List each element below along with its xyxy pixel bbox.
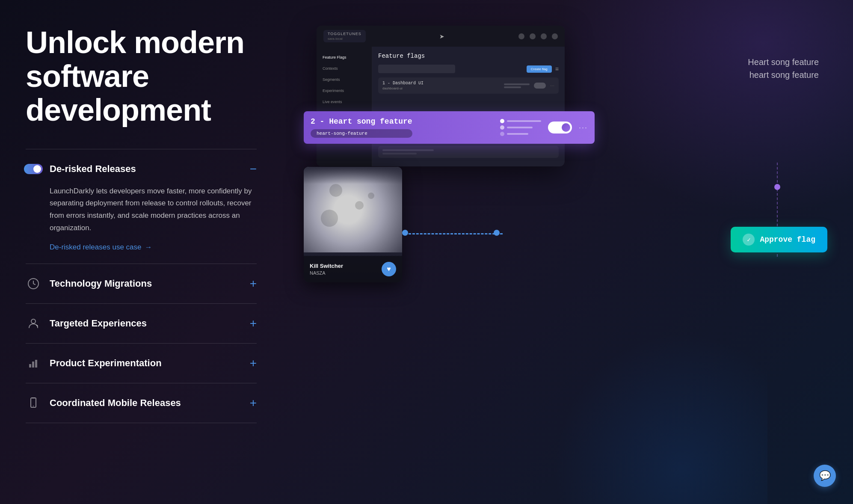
sidebar-nav-feature-flags[interactable]: Feature Flags [317,52,372,63]
accordion-item-targeted: Targeted Experiences + [26,303,257,343]
accordion-body-de-risked: LaunchDarkly lets developers move faster… [26,185,257,252]
moon-crater-4 [368,193,374,199]
accordion-left-tech: Technology Migrations [26,276,152,291]
dashboard-logo-sub: sara-local [328,37,361,41]
topbar-help-icon [541,33,547,39]
accordion-header-tech-migrations[interactable]: Technology Migrations + [26,276,257,291]
svg-point-6 [33,406,34,406]
accordion-title-mobile: Coordinated Mobile Releases [50,397,181,409]
chart-icon [26,356,41,371]
accordion-item-tech-migrations: Technology Migrations + [26,264,257,303]
dashboard-main: Feature flags Create flag ≡ 1 - Dashboar… [372,47,565,166]
accordion-header-experimentation[interactable]: Product Experimentation + [26,356,257,371]
flag-row-extra [378,146,559,158]
sidebar-nav-live-events[interactable]: Live events [317,96,372,107]
row-line [382,153,417,154]
person-icon [26,316,41,331]
dashboard-search-row: Create flag ≡ [378,65,559,73]
music-artist: NASZA [310,270,343,276]
hero-title: Unlock modern software development [26,26,257,127]
dashboard-topbar-icons [518,33,558,39]
heart-icon[interactable]: ♥ [382,262,396,276]
flag-line-bar [507,120,541,122]
accordion-left: De-risked Releases [26,161,136,177]
flag-lines [500,119,541,136]
approve-flag-button[interactable]: ✓ Approve flag [731,227,827,252]
accordion-left-targeted: Targeted Experiences [26,316,147,331]
svg-rect-4 [35,360,37,368]
accordion-description-de-risked: LaunchDarkly lets developers move faster… [50,185,257,235]
dashboard-card: TOGGLETUNES sara-local ➤ Feature Flags C… [317,26,565,166]
accordion-header-targeted[interactable]: Targeted Experiences + [26,316,257,331]
accordion-item-experimentation: Product Experimentation + [26,343,257,383]
sidebar-nav-experiments[interactable]: Experiments [317,85,372,96]
flag-highlighted-title: 2 - Heart song feature [311,117,412,126]
flag-line-dot [500,132,504,136]
accordion-title-experimentation: Product Experimentation [50,358,162,369]
music-card-footer: Kill Switcher NASZA ♥ [304,256,402,282]
flag-line-dot [500,119,504,123]
dashboard-actions: Create flag ≡ [527,65,559,73]
accordion-header-de-risked[interactable]: De-risked Releases − [26,161,257,177]
dashboard-layout: Feature Flags Contexts Segments Experime… [317,47,565,166]
connector-line [409,233,503,234]
toggle-switch [24,164,43,174]
nav-arrow-icon: ➤ [439,33,444,40]
music-track-info: Kill Switcher NASZA [310,263,343,276]
approve-flag-label: Approve flag [760,235,815,244]
dashboard-search-bar[interactable] [378,65,455,73]
chat-icon: 💬 [819,470,831,481]
flag-line-1 [500,119,541,123]
flag-row-dashboard-ui: 1 - Dashboard UI dashboard-ui ··· [378,77,559,94]
accordion-item-de-risked: De-risked Releases − LaunchDarkly lets d… [26,149,257,264]
dashboard-sidebar: Feature Flags Contexts Segments Experime… [317,47,372,166]
accordion-link-de-risked[interactable]: De-risked releases use case → [50,243,152,252]
accordion-title-targeted: Targeted Experiences [50,318,147,329]
moon-crater-1 [329,184,342,197]
dashboard-logo-text: TOGGLETUNES [328,32,361,36]
flag-line-bar [507,127,533,128]
chat-button[interactable]: 💬 [814,465,836,487]
flag-1-more[interactable]: ··· [550,83,554,89]
accordion-header-mobile[interactable]: Coordinated Mobile Releases + [26,395,257,411]
accordion-toggle-mobile[interactable]: + [250,397,257,409]
flag-big-toggle[interactable] [548,122,572,133]
heart-song-text: Heart song feature heart song feature [748,56,819,81]
accordion-toggle-de-risked[interactable]: − [250,163,257,175]
flag-row-extra-lines [382,149,434,154]
accordion-toggle-tech[interactable]: + [250,278,257,290]
left-panel: Unlock modern software development De-ri… [0,0,282,504]
svg-rect-2 [29,364,31,368]
dashboard-main-title: Feature flags [378,53,559,59]
music-card-bg: Kill Switcher NASZA ♥ [304,167,402,282]
moon-graphic [304,167,402,252]
moon-crater-2 [355,201,364,210]
dashboard-topbar: TOGGLETUNES sara-local ➤ [317,26,565,47]
accordion-toggle-targeted[interactable]: + [250,317,257,329]
flag-line-bar [507,133,528,135]
flag-line-3 [500,132,541,136]
accordion-toggle-exp[interactable]: + [250,357,257,369]
flag-row-1-title: 1 - Dashboard UI [382,81,424,86]
page-wrapper: Unlock modern software development De-ri… [0,0,853,504]
accordion-left-mobile: Coordinated Mobile Releases [26,395,181,411]
accordion-title-de-risked: De-risked Releases [50,163,136,175]
svg-rect-3 [32,362,34,368]
flag-1-toggle[interactable] [534,83,546,89]
sidebar-nav-segments[interactable]: Segments [317,74,372,85]
heart-song-text-area: Heart song feature heart song feature [748,56,819,81]
connector-dot-right [494,230,500,236]
svg-point-1 [31,319,36,323]
flag-three-dots[interactable]: ··· [579,123,588,132]
topbar-settings-icon [530,33,536,39]
topbar-user-icon [552,33,558,39]
sidebar-nav-contexts[interactable]: Contexts [317,63,372,74]
heart-symbol: ♥ [387,265,391,273]
flag-name-badge: heart-song-feature [311,129,412,138]
row-line [504,86,521,88]
accordion-left-exp: Product Experimentation [26,356,162,371]
accordion-item-mobile: Coordinated Mobile Releases + [26,383,257,423]
flag-row-highlighted: 2 - Heart song feature heart-song-featur… [304,111,595,144]
create-flag-button[interactable]: Create flag [527,65,552,73]
music-card: Kill Switcher NASZA ♥ [304,167,402,282]
